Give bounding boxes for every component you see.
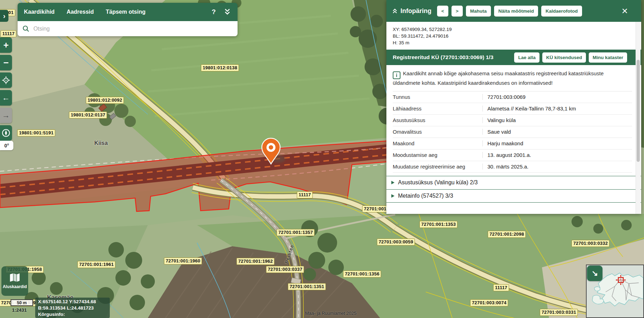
result-section-bar[interactable]: Registreeritud KÜ (72701:003:0069) 1/3 L… bbox=[386, 50, 641, 65]
map-application: 198011111719801:012:013819801:012:009219… bbox=[0, 0, 644, 318]
parcel-attribute-table: Tunnus 72701:003:0069 Lähiaadress Alamet… bbox=[393, 91, 632, 173]
geolocate-icon bbox=[2, 76, 10, 84]
table-row: Muudatuse registreerimise aeg 30. märts … bbox=[393, 161, 632, 173]
menu-item[interactable]: Aadressid bbox=[67, 9, 94, 15]
table-row: Asustusüksus Valingu küla bbox=[393, 115, 632, 126]
attribute-value: Valingu küla bbox=[482, 117, 632, 123]
menu-item[interactable]: Kaardikihid bbox=[24, 9, 55, 15]
collapse-panel-button[interactable] bbox=[223, 8, 231, 16]
table-row: Moodustamise aeg 13. august 2001.a. bbox=[393, 150, 632, 161]
info-header-button[interactable]: Näita mõõtmeid bbox=[494, 6, 538, 17]
basemap-label: Aluskaardid bbox=[3, 284, 27, 289]
attribute-value: 72701:003:0069 bbox=[482, 94, 632, 100]
search-bar bbox=[18, 21, 238, 36]
accordion-header[interactable]: Metainfo (574527) 3/3 bbox=[386, 189, 641, 203]
info-header-button[interactable]: Kaldaerofotod bbox=[541, 6, 582, 17]
info-panel-header: Infopäring <>MahutaNäita mõõtmeidKaldaer… bbox=[386, 0, 641, 22]
search-icon bbox=[23, 25, 29, 32]
attribute-value: Alametsa // Keila-Tallinn 78,7-83,1 km bbox=[482, 106, 632, 112]
scale-ratio: 1:2431 bbox=[12, 307, 27, 313]
coord-h: H: 35 m bbox=[393, 39, 641, 46]
section-action-button[interactable]: Lae alla bbox=[514, 52, 539, 63]
attribute-label: Asustusüksus bbox=[393, 117, 482, 123]
coordinate-line: B:59.313534 L:24.481723 bbox=[38, 305, 107, 311]
query-coordinates: XY: 6574909.34, 527282.19 BL: 59.311472,… bbox=[386, 22, 641, 50]
panel-expander-button[interactable]: › bbox=[0, 10, 8, 22]
info-icon: i bbox=[393, 71, 400, 79]
main-menu: KaardikihidAadressidTäpsem otsing bbox=[24, 9, 157, 15]
section-action-button[interactable]: KÜ kitsendused bbox=[542, 52, 586, 63]
attribute-label: Omavalitsus bbox=[393, 129, 482, 135]
compass-icon bbox=[1, 128, 11, 138]
search-panel-header: KaardikihidAadressidTäpsem otsing ? bbox=[18, 3, 238, 21]
double-chevron-down-icon bbox=[223, 8, 231, 16]
table-row: Maakond Harju maakond bbox=[393, 138, 632, 150]
attribute-label: Tunnus bbox=[393, 94, 482, 100]
attribute-value: 13. august 2001.a. bbox=[482, 152, 632, 158]
attribute-value: Saue vald bbox=[482, 129, 632, 135]
coordinate-line: X:6575140.12 Y:527434.68 bbox=[38, 299, 107, 305]
minus-icon: − bbox=[3, 57, 8, 68]
coordinate-line: Kõrgusinfo: bbox=[38, 311, 107, 318]
history-forward-button[interactable]: → bbox=[0, 108, 12, 123]
attribute-label: Maakond bbox=[393, 140, 482, 146]
table-row: Lähiaadress Alametsa // Keila-Tallinn 78… bbox=[393, 103, 632, 115]
geolocate-button[interactable] bbox=[0, 72, 12, 88]
folded-map-icon bbox=[10, 273, 20, 282]
close-icon[interactable]: × bbox=[621, 6, 628, 15]
rotation-indicator[interactable]: 0° bbox=[0, 141, 13, 150]
section-action-button[interactable]: Minu kataster bbox=[589, 52, 627, 63]
search-input[interactable] bbox=[33, 25, 233, 32]
result-accordions: Asustusüksus (Valingu küla) 2/3 Metainfo… bbox=[386, 176, 641, 203]
scale-bar: 50 m bbox=[11, 299, 33, 306]
arrow-down-right-icon: ↘ bbox=[592, 269, 598, 278]
result-section-title: Registreeritud KÜ (72701:003:0069) 1/3 bbox=[393, 54, 511, 61]
attribute-value: Harju maakond bbox=[482, 140, 632, 146]
panel-scrollbar[interactable] bbox=[636, 22, 640, 214]
double-chevron-up-icon[interactable] bbox=[392, 8, 398, 14]
history-back-button[interactable]: ← bbox=[0, 90, 12, 106]
minimap-toggle-button[interactable]: ↘ bbox=[587, 266, 602, 281]
menu-item[interactable]: Täpsem otsing bbox=[106, 9, 146, 15]
info-panel-title: Infopäring bbox=[400, 7, 431, 15]
attribute-label: Lähiaadress bbox=[393, 106, 482, 112]
coord-xy: XY: 6574909.34, 527282.19 bbox=[393, 26, 641, 33]
cursor-coordinates: X:6575140.12 Y:527434.68B:59.313534 L:24… bbox=[35, 298, 110, 318]
info-header-button[interactable]: < bbox=[437, 6, 448, 17]
map-copyright: Maa- ja Ruumiamet 2025 bbox=[305, 311, 356, 316]
table-row: Omavalitsus Saue vald bbox=[393, 126, 632, 138]
attribute-label: Muudatuse registreerimise aeg bbox=[393, 164, 482, 170]
result-section-buttons: Lae allaKÜ kitsendusedMinu kataster bbox=[511, 52, 627, 63]
info-header-button[interactable]: > bbox=[452, 6, 463, 17]
chevron-right-icon: › bbox=[3, 12, 6, 20]
basemap-button[interactable]: Aluskaardid bbox=[1, 266, 28, 296]
info-header-button[interactable]: Mahuta bbox=[466, 6, 491, 17]
scrollbar-thumb[interactable] bbox=[637, 60, 640, 162]
arrow-right-icon: → bbox=[2, 111, 10, 120]
info-header-buttons: <>MahutaNäita mõõtmeidKaldaerofotod bbox=[437, 6, 585, 17]
attribute-label: Moodustamise aeg bbox=[393, 152, 482, 158]
accordion-header[interactable]: Asustusüksus (Valingu küla) 2/3 bbox=[386, 176, 641, 189]
attribute-value: 30. märts 2025.a. bbox=[482, 164, 632, 170]
search-panel: KaardikihidAadressidTäpsem otsing ? bbox=[18, 3, 238, 36]
plus-icon: + bbox=[3, 40, 8, 51]
layer-info-note: iKaardikiht annab kõige ajakohasema seis… bbox=[386, 65, 641, 90]
expand-triangle-icon bbox=[391, 181, 394, 184]
compass-button[interactable] bbox=[0, 125, 12, 141]
coord-bl: BL: 59.311472, 24.479016 bbox=[393, 33, 641, 39]
zoom-out-button[interactable]: − bbox=[0, 55, 12, 70]
info-panel: Infopäring <>MahutaNäita mõõtmeidKaldaer… bbox=[386, 0, 641, 214]
table-row: Tunnus 72701:003:0069 bbox=[393, 91, 632, 103]
arrow-left-icon: ← bbox=[2, 93, 10, 102]
help-button[interactable]: ? bbox=[211, 8, 216, 16]
expand-triangle-icon bbox=[391, 194, 394, 198]
zoom-in-button[interactable]: + bbox=[0, 37, 12, 53]
